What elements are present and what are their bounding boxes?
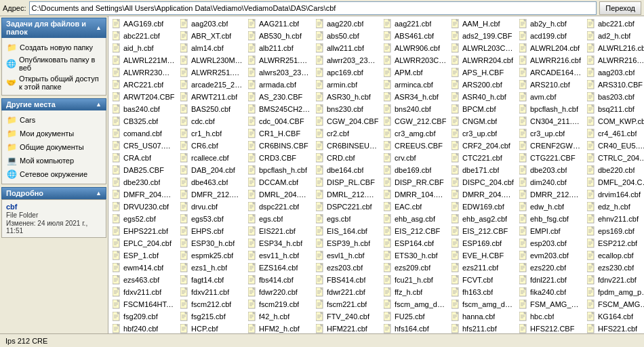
file-item[interactable]: fsg209.cbf [110, 310, 178, 323]
file-item[interactable]: CRD.cbf [313, 152, 381, 164]
file-item[interactable]: ALWRL216.cbf [584, 42, 644, 54]
file-item[interactable]: fdwr220.cbf [245, 286, 313, 298]
file-item[interactable]: EIS221.cbf [245, 225, 313, 237]
file-item[interactable]: ESP212.cbf [584, 237, 644, 249]
file-item[interactable]: ALWRR216M.CBF [584, 54, 644, 66]
file-item[interactable]: cdc_004.CBF [245, 115, 313, 127]
file-item[interactable]: KG164.cbf [584, 310, 644, 323]
file-item[interactable]: egs.cbf [313, 213, 381, 225]
file-item[interactable]: alm14.cbf [178, 42, 245, 54]
file-item[interactable]: dbe463.cbf [178, 176, 245, 188]
file-item[interactable]: ffz_h.cbf [381, 286, 449, 298]
file-item[interactable]: BMS245CH2.CBF [245, 103, 313, 115]
file-item[interactable]: hbf240.cbf [110, 323, 178, 333]
file-item[interactable]: fika240.cbf [517, 286, 584, 298]
file-item[interactable]: fdwr221.cbf [313, 286, 381, 298]
file-item[interactable]: EVE_H.CBF [449, 249, 517, 262]
file-item[interactable]: CTC221.cbf [449, 152, 517, 164]
file-item[interactable]: ehb_asg.cbf [381, 213, 449, 225]
file-item[interactable]: FSCM164HT.cbf [110, 298, 178, 310]
file-item[interactable]: FBS414.cbf [313, 274, 381, 286]
file-item[interactable]: CTG221.CBF [517, 152, 584, 164]
file-item[interactable]: ALWRR203CL.cbf [381, 54, 449, 66]
file-item[interactable]: ezs220.cbf [517, 262, 584, 274]
file-item[interactable]: HFS212.CBF [517, 323, 584, 333]
file-item[interactable]: aag203.cbf [178, 18, 245, 30]
file-item[interactable]: EIS_164.cbf [313, 225, 381, 237]
file-item[interactable]: HCP.cbf [178, 323, 245, 333]
file-item[interactable]: CRA.cbf [110, 152, 178, 164]
file-item[interactable]: ESP30_h.cbf [178, 237, 245, 249]
file-item[interactable]: esvl1_h.cbf [313, 249, 381, 262]
file-item[interactable]: ARC221.cbf [110, 79, 178, 91]
file-item[interactable]: alb211.cbf [245, 42, 313, 54]
file-item[interactable]: ALWRL203CL.cbf [449, 42, 517, 54]
file-item[interactable]: fscm212.cbf [178, 298, 245, 310]
file-item[interactable]: ALWRR230M2.CBF [110, 66, 178, 79]
file-item[interactable]: bpcflash_h.cbf [245, 164, 313, 176]
file-item[interactable]: ESP164.cbf [381, 237, 449, 249]
file-item[interactable]: HFM2_h.cbf [245, 323, 313, 333]
file-item[interactable]: abs50.cbf [313, 30, 381, 42]
file-item[interactable]: arcade215_220_230.cbf [178, 79, 245, 91]
file-item[interactable]: DMRR_204.CBF [449, 188, 517, 201]
file-item[interactable]: esv11_h.cbf [245, 249, 313, 262]
sidebar-item-network[interactable]: 🌐 Сетевое окружение [3, 167, 104, 181]
details-header[interactable]: Подробно ▲ [1, 187, 106, 199]
file-item[interactable]: COM_KWP.cbf [584, 115, 644, 127]
file-item[interactable]: cr3_amg.cbf [381, 127, 449, 140]
file-item[interactable]: fscm_amg_db_b.cbf [449, 298, 517, 310]
file-item[interactable]: CRD3.CBF [245, 152, 313, 164]
file-item[interactable]: ezs230.cbf [584, 262, 644, 274]
file-item[interactable]: hbc.cbf [517, 310, 584, 323]
file-item[interactable]: EHPS.cbf [178, 225, 245, 237]
file-item[interactable]: abc221.cbf [110, 30, 178, 42]
file-item[interactable]: CREEUS.CBF [381, 140, 449, 152]
file-item[interactable]: CGW_212.CBF [381, 115, 449, 127]
file-item[interactable]: DMFL_204.CBF [584, 176, 644, 188]
file-item[interactable]: ALWRL221M.cbf [110, 54, 178, 66]
file-item[interactable]: ARWT211.cbf [178, 91, 245, 103]
file-item[interactable]: EIS_212.CBF [381, 225, 449, 237]
file-item[interactable]: fpdm_amg_pt.cbf [584, 286, 644, 298]
file-item[interactable]: edz_h.cbf [584, 201, 644, 213]
file-item[interactable]: dspc221.cbf [245, 201, 313, 213]
file-item[interactable]: ad2_h.cbf [584, 30, 644, 42]
file-item[interactable]: fscm219.cbf [245, 298, 313, 310]
file-item[interactable]: fdnv221.cbf [584, 274, 644, 286]
file-item[interactable]: EZS164.cbf [245, 262, 313, 274]
file-item[interactable]: ezs211.cbf [449, 262, 517, 274]
file-item[interactable]: acd199.cbf [517, 30, 584, 42]
file-item[interactable]: ASR40_h.cbf [449, 91, 517, 103]
sidebar-item-shared-docs[interactable]: 📁 Общие документы [3, 140, 104, 154]
file-item[interactable]: hfs164.cbf [381, 323, 449, 333]
file-item[interactable]: dbe171.cbf [449, 164, 517, 176]
file-item[interactable]: aag203.cbf [584, 66, 644, 79]
file-item[interactable]: alwrs203_230.cbf [245, 66, 313, 79]
file-item[interactable]: ABS461.cbf [381, 30, 449, 42]
file-item[interactable]: avm.cbf [517, 91, 584, 103]
file-item[interactable]: edw_h.cbf [517, 201, 584, 213]
file-item[interactable]: egs.cbf [245, 213, 313, 225]
file-item[interactable]: CR6BINS.CBF [245, 140, 313, 152]
sidebar-item-share[interactable]: 🤝 Открыть общий доступ к этой папке [3, 73, 104, 92]
file-item[interactable]: CR40_EU5.CBF [584, 140, 644, 152]
sidebar-item-my-computer[interactable]: 💻 Мой компьютер [3, 154, 104, 167]
file-item[interactable]: fscm_amg_db_a.cbf [381, 298, 449, 310]
file-item[interactable]: CGW_204.CBF [313, 115, 381, 127]
file-item[interactable]: dim240.cbf [517, 176, 584, 188]
file-item[interactable]: evm203.cbf [517, 249, 584, 262]
file-item[interactable]: ab2y_h.cbf [517, 18, 584, 30]
file-item[interactable]: ASR30_h.cbf [313, 91, 381, 103]
file-item[interactable]: FSCM_AMG_PT_B.CBF [584, 298, 644, 310]
file-item[interactable]: CR6.cbf [178, 140, 245, 152]
file-item[interactable]: HFM221.cbf [313, 323, 381, 333]
file-item[interactable]: allw211.cbf [313, 42, 381, 54]
file-item[interactable]: ehnv211.cbf [584, 213, 644, 225]
file-item[interactable]: ARS200.cbf [449, 79, 517, 91]
file-item[interactable]: fdxv211.cbf [110, 286, 178, 298]
file-item[interactable]: aag220.cbf [313, 18, 381, 30]
file-item[interactable]: ewm414.cbf [110, 262, 178, 274]
file-item[interactable]: CR1_H.CBF [245, 127, 313, 140]
other-places-header[interactable]: Другие места ▲ [1, 98, 106, 110]
